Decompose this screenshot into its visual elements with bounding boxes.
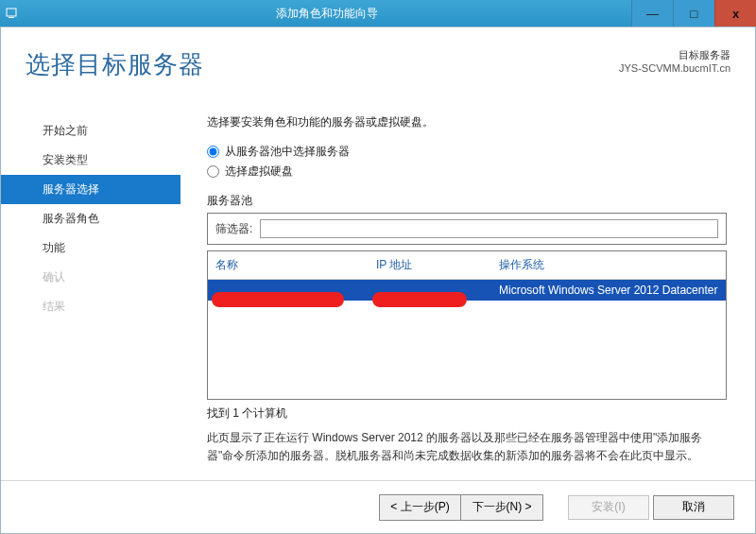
sidebar-item-confirm: 确认 [1,263,180,292]
server-grid: 名称 IP 地址 操作系统 Microsoft Windows Server 2… [207,250,727,400]
cell-os: Microsoft Windows Server 2012 Datacenter [499,284,718,297]
sidebar-item-features[interactable]: 功能 [1,233,180,263]
radio-row-vhd[interactable]: 选择虚拟硬盘 [207,164,727,180]
found-count: 找到 1 个计算机 [207,405,727,422]
sidebar-item-server-selection[interactable]: 服务器选择 [1,175,180,204]
wizard-main: 选择要安装角色和功能的服务器或虚拟硬盘。 从服务器池中选择服务器 选择虚拟硬盘 … [180,103,755,480]
page-title: 选择目标服务器 [26,48,204,81]
filter-box: 筛选器: [207,213,727,245]
app-icon [0,7,23,20]
grid-header: 名称 IP 地址 操作系统 [208,251,726,280]
redacted-ip [372,292,467,307]
sidebar-item-server-roles[interactable]: 服务器角色 [1,204,180,233]
close-button[interactable]: x [714,0,756,26]
minimize-button[interactable]: — [631,0,673,26]
radio-pool-label: 从服务器池中选择服务器 [225,144,350,160]
wizard-header: 选择目标服务器 目标服务器 JYS-SCVMM.bucmIT.cn [1,27,755,87]
radio-vhd-label: 选择虚拟硬盘 [225,164,293,180]
radio-row-pool[interactable]: 从服务器池中选择服务器 [207,144,727,160]
sidebar-item-before[interactable]: 开始之前 [1,116,180,146]
radio-vhd[interactable] [207,165,219,178]
radio-pool[interactable] [207,146,219,158]
titlebar: 添加角色和功能向导 — □ x [0,0,756,26]
maximize-button[interactable]: □ [673,0,714,26]
wizard-body: 开始之前 安装类型 服务器选择 服务器角色 功能 确认 结果 选择要安装角色和功… [1,103,755,480]
filter-label: 筛选器: [215,221,252,237]
cancel-button[interactable]: 取消 [653,495,734,520]
column-os[interactable]: 操作系统 [499,257,718,273]
destination-value: JYS-SCVMM.bucmIT.cn [619,62,730,74]
previous-button[interactable]: < 上一步(P) [380,495,461,520]
instruction-text: 选择要安装角色和功能的服务器或虚拟硬盘。 [207,114,727,130]
column-name[interactable]: 名称 [215,257,376,273]
svg-rect-0 [7,9,16,16]
column-ip[interactable]: IP 地址 [376,257,499,273]
destination-label: 目标服务器 [619,48,730,62]
redacted-name [212,292,344,307]
next-button[interactable]: 下一步(N) > [461,495,542,520]
explain-text: 此页显示了正在运行 Windows Server 2012 的服务器以及那些已经… [207,429,727,465]
sidebar-item-results: 结果 [1,292,180,321]
window-title: 添加角色和功能向导 [23,6,631,22]
destination-server: 目标服务器 JYS-SCVMM.bucmIT.cn [619,48,730,74]
server-pool-label: 服务器池 [207,193,727,209]
install-button: 安装(I) [568,495,649,520]
wizard-sidebar: 开始之前 安装类型 服务器选择 服务器角色 功能 确认 结果 [1,103,180,480]
server-row[interactable]: Microsoft Windows Server 2012 Datacenter [208,280,726,301]
nav-button-pair: < 上一步(P) 下一步(N) > [379,494,543,521]
wizard-window: 选择目标服务器 目标服务器 JYS-SCVMM.bucmIT.cn 开始之前 安… [0,26,756,534]
window-controls: — □ x [631,0,756,26]
filter-input[interactable] [260,219,718,238]
wizard-footer: < 上一步(P) 下一步(N) > 安装(I) 取消 [1,480,755,533]
sidebar-item-install-type[interactable]: 安装类型 [1,146,180,175]
svg-rect-1 [9,17,14,18]
